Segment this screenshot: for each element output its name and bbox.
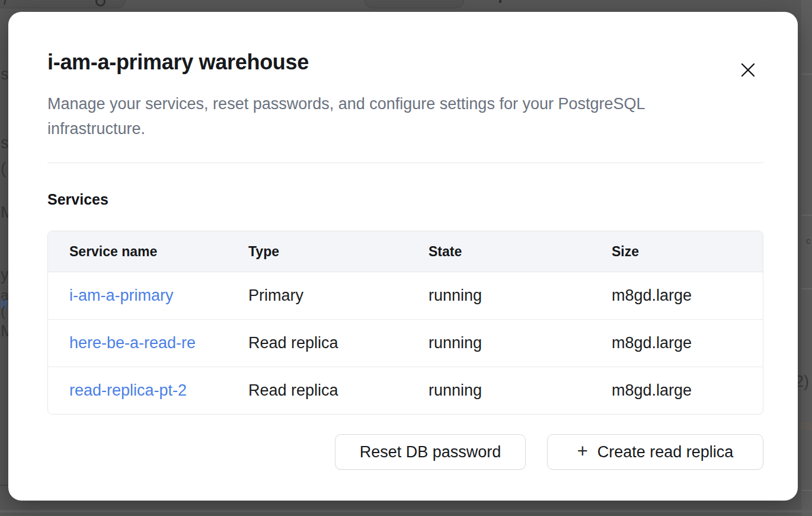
background-divider-fragment [801,74,812,75]
section-divider [47,163,763,163]
service-name-cell: read-replica-pt-2 [48,381,227,400]
dialog-actions: Reset DB password + Create read replica [47,434,763,470]
service-state-cell: running [407,381,590,400]
service-type-cell: Primary [227,286,407,305]
service-state-cell: running [407,286,590,305]
service-type-cell: Read replica [227,381,407,400]
service-name-cell: here-be-a-read-re [48,334,227,352]
background-card-fragment [365,0,464,8]
column-header-state: State [407,244,590,260]
service-size-cell: m8gd.large [590,381,763,400]
background-divider-fragment [0,510,812,512]
column-header-size: Size [590,244,763,260]
service-name-link[interactable]: read-replica-pt-2 [69,381,187,400]
background-card-fragment [0,0,126,8]
create-read-replica-label: Create read replica [597,443,734,461]
reset-db-password-label: Reset DB password [360,443,501,461]
background-divider-fragment [801,215,812,216]
service-name-link[interactable]: i-am-a-primary [69,286,174,305]
services-table: Service name Type State Size i-am-a-prim… [47,231,763,415]
background-text-fragment: ( [1,161,6,177]
create-read-replica-button[interactable]: + Create read replica [547,434,763,470]
background-slash-fragment: / [4,0,8,9]
background-text-fragment: y [1,267,9,283]
background-tick-fragment [499,0,501,3]
plus-icon: + [577,442,588,460]
table-row: read-replica-pt-2Read replicarunningm8gd… [48,367,763,414]
dialog-title: i-am-a-primary warehouse [47,12,763,76]
services-table-header: Service name Type State Size [48,231,763,272]
service-size-cell: m8gd.large [590,334,763,352]
table-row: i-am-a-primaryPrimaryrunningm8gd.large [48,272,763,320]
services-heading: Services [47,190,763,208]
column-header-type: Type [227,244,407,260]
background-divider-fragment [0,485,8,486]
table-row: here-be-a-read-reRead replicarunningm8gd… [48,320,763,367]
close-icon [740,62,756,78]
column-header-service-name: Service name [48,244,227,260]
service-name-link[interactable]: here-be-a-read-re [69,334,196,352]
service-type-cell: Read replica [227,334,407,352]
service-state-cell: running [407,334,590,352]
background-divider-fragment [801,490,812,491]
dialog-description: Manage your services, reset passwords, a… [47,91,729,141]
background-text-fragment: c [806,236,811,245]
service-size-cell: m8gd.large [590,286,763,305]
background-text-fragment: ( [1,304,5,318]
reset-db-password-button[interactable]: Reset DB password [335,434,526,470]
services-table-body: i-am-a-primaryPrimaryrunningm8gd.largehe… [48,272,763,414]
background-text-fragment: s [1,135,9,151]
background-right-panel [801,0,812,516]
background-divider-fragment [801,288,812,289]
background-text-fragment: ra [800,419,812,432]
warehouse-dialog: i-am-a-primary warehouse Manage your ser… [8,12,798,501]
close-button[interactable] [737,59,759,81]
service-name-cell: i-am-a-primary [48,286,227,305]
